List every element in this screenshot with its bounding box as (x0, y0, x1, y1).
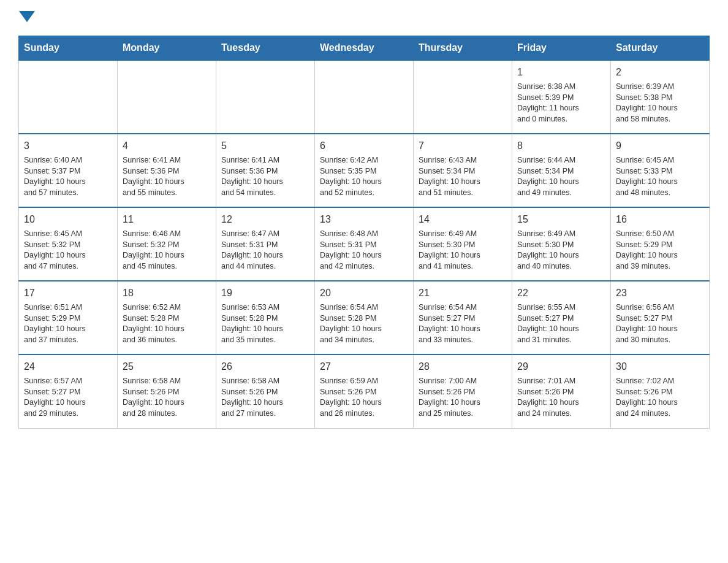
calendar-cell: 27Sunrise: 6:59 AM Sunset: 5:26 PM Dayli… (315, 354, 414, 428)
day-number: 3 (24, 139, 112, 153)
day-number: 4 (123, 139, 211, 153)
calendar-cell: 24Sunrise: 6:57 AM Sunset: 5:27 PM Dayli… (19, 354, 118, 428)
day-info: Sunrise: 6:54 AM Sunset: 5:27 PM Dayligh… (419, 302, 507, 345)
calendar-week-1: 1Sunrise: 6:38 AM Sunset: 5:39 PM Daylig… (19, 60, 710, 134)
day-info: Sunrise: 6:51 AM Sunset: 5:29 PM Dayligh… (24, 302, 112, 345)
logo-wordmark (18, 12, 36, 23)
calendar-cell: 6Sunrise: 6:42 AM Sunset: 5:35 PM Daylig… (315, 134, 414, 207)
day-number: 1 (517, 66, 605, 79)
day-number: 26 (221, 360, 309, 373)
day-number: 5 (221, 139, 309, 153)
day-info: Sunrise: 6:40 AM Sunset: 5:37 PM Dayligh… (24, 155, 112, 198)
weekday-header-tuesday: Tuesday (216, 36, 315, 61)
calendar-cell: 30Sunrise: 7:02 AM Sunset: 5:26 PM Dayli… (611, 354, 710, 428)
day-number: 6 (320, 139, 408, 153)
calendar-cell (19, 60, 118, 134)
calendar-week-3: 10Sunrise: 6:45 AM Sunset: 5:32 PM Dayli… (19, 207, 710, 281)
day-info: Sunrise: 6:48 AM Sunset: 5:31 PM Dayligh… (320, 229, 408, 272)
day-info: Sunrise: 6:45 AM Sunset: 5:33 PM Dayligh… (616, 155, 704, 198)
day-info: Sunrise: 6:53 AM Sunset: 5:28 PM Dayligh… (221, 302, 309, 345)
calendar-cell: 4Sunrise: 6:41 AM Sunset: 5:36 PM Daylig… (118, 134, 216, 207)
calendar-cell: 11Sunrise: 6:46 AM Sunset: 5:32 PM Dayli… (118, 207, 216, 281)
day-number: 28 (419, 360, 507, 373)
calendar-cell (315, 60, 414, 134)
calendar-cell (118, 60, 216, 134)
calendar-cell: 9Sunrise: 6:45 AM Sunset: 5:33 PM Daylig… (611, 134, 710, 207)
calendar-cell: 15Sunrise: 6:49 AM Sunset: 5:30 PM Dayli… (512, 207, 611, 281)
calendar-cell: 1Sunrise: 6:38 AM Sunset: 5:39 PM Daylig… (512, 60, 611, 134)
day-info: Sunrise: 6:38 AM Sunset: 5:39 PM Dayligh… (517, 82, 605, 124)
calendar-cell: 12Sunrise: 6:47 AM Sunset: 5:31 PM Dayli… (216, 207, 315, 281)
day-info: Sunrise: 6:45 AM Sunset: 5:32 PM Dayligh… (24, 229, 112, 272)
calendar-cell: 25Sunrise: 6:58 AM Sunset: 5:26 PM Dayli… (118, 354, 216, 428)
calendar-cell: 3Sunrise: 6:40 AM Sunset: 5:37 PM Daylig… (19, 134, 118, 207)
calendar-cell: 7Sunrise: 6:43 AM Sunset: 5:34 PM Daylig… (414, 134, 512, 207)
weekday-header-row: SundayMondayTuesdayWednesdayThursdayFrid… (19, 36, 710, 61)
day-number: 7 (419, 139, 507, 153)
day-number: 8 (517, 139, 605, 153)
day-info: Sunrise: 6:46 AM Sunset: 5:32 PM Dayligh… (123, 229, 211, 272)
day-number: 23 (616, 286, 704, 300)
page-header (18, 12, 710, 23)
weekday-header-saturday: Saturday (611, 36, 710, 61)
day-number: 9 (616, 139, 704, 153)
day-number: 30 (616, 360, 704, 373)
day-info: Sunrise: 6:49 AM Sunset: 5:30 PM Dayligh… (517, 229, 605, 272)
day-number: 17 (24, 286, 112, 300)
day-info: Sunrise: 6:55 AM Sunset: 5:27 PM Dayligh… (517, 302, 605, 345)
calendar-cell: 20Sunrise: 6:54 AM Sunset: 5:28 PM Dayli… (315, 281, 414, 354)
day-number: 29 (517, 360, 605, 373)
calendar-cell: 29Sunrise: 7:01 AM Sunset: 5:26 PM Dayli… (512, 354, 611, 428)
day-info: Sunrise: 7:02 AM Sunset: 5:26 PM Dayligh… (616, 376, 704, 419)
calendar-cell: 28Sunrise: 7:00 AM Sunset: 5:26 PM Dayli… (414, 354, 512, 428)
day-info: Sunrise: 6:41 AM Sunset: 5:36 PM Dayligh… (123, 155, 211, 198)
logo-arrow-icon (19, 11, 35, 22)
day-info: Sunrise: 6:47 AM Sunset: 5:31 PM Dayligh… (221, 229, 309, 272)
day-number: 27 (320, 360, 408, 373)
day-number: 21 (419, 286, 507, 300)
calendar-cell: 2Sunrise: 6:39 AM Sunset: 5:38 PM Daylig… (611, 60, 710, 134)
day-info: Sunrise: 6:43 AM Sunset: 5:34 PM Dayligh… (419, 155, 507, 198)
calendar-cell: 23Sunrise: 6:56 AM Sunset: 5:27 PM Dayli… (611, 281, 710, 354)
calendar-cell (414, 60, 512, 134)
calendar-week-5: 24Sunrise: 6:57 AM Sunset: 5:27 PM Dayli… (19, 354, 710, 428)
day-info: Sunrise: 6:49 AM Sunset: 5:30 PM Dayligh… (419, 229, 507, 272)
calendar-week-2: 3Sunrise: 6:40 AM Sunset: 5:37 PM Daylig… (19, 134, 710, 207)
day-number: 20 (320, 286, 408, 300)
day-number: 22 (517, 286, 605, 300)
day-number: 12 (221, 213, 309, 226)
day-number: 13 (320, 213, 408, 226)
calendar-cell: 13Sunrise: 6:48 AM Sunset: 5:31 PM Dayli… (315, 207, 414, 281)
logo (18, 12, 36, 23)
calendar-cell: 5Sunrise: 6:41 AM Sunset: 5:36 PM Daylig… (216, 134, 315, 207)
calendar-cell: 14Sunrise: 6:49 AM Sunset: 5:30 PM Dayli… (414, 207, 512, 281)
day-number: 16 (616, 213, 704, 226)
day-info: Sunrise: 6:50 AM Sunset: 5:29 PM Dayligh… (616, 229, 704, 272)
day-info: Sunrise: 6:57 AM Sunset: 5:27 PM Dayligh… (24, 376, 112, 419)
day-info: Sunrise: 7:00 AM Sunset: 5:26 PM Dayligh… (419, 376, 507, 419)
day-number: 11 (123, 213, 211, 226)
day-info: Sunrise: 7:01 AM Sunset: 5:26 PM Dayligh… (517, 376, 605, 419)
calendar-cell (216, 60, 315, 134)
day-info: Sunrise: 6:52 AM Sunset: 5:28 PM Dayligh… (123, 302, 211, 345)
day-info: Sunrise: 6:44 AM Sunset: 5:34 PM Dayligh… (517, 155, 605, 198)
day-info: Sunrise: 6:58 AM Sunset: 5:26 PM Dayligh… (221, 376, 309, 419)
weekday-header-wednesday: Wednesday (315, 36, 414, 61)
day-number: 15 (517, 213, 605, 226)
calendar-cell: 16Sunrise: 6:50 AM Sunset: 5:29 PM Dayli… (611, 207, 710, 281)
calendar-table: SundayMondayTuesdayWednesdayThursdayFrid… (18, 36, 710, 429)
calendar-cell: 17Sunrise: 6:51 AM Sunset: 5:29 PM Dayli… (19, 281, 118, 354)
calendar-cell: 26Sunrise: 6:58 AM Sunset: 5:26 PM Dayli… (216, 354, 315, 428)
day-info: Sunrise: 6:39 AM Sunset: 5:38 PM Dayligh… (616, 82, 704, 124)
weekday-header-thursday: Thursday (414, 36, 512, 61)
calendar-cell: 21Sunrise: 6:54 AM Sunset: 5:27 PM Dayli… (414, 281, 512, 354)
day-info: Sunrise: 6:58 AM Sunset: 5:26 PM Dayligh… (123, 376, 211, 419)
day-number: 18 (123, 286, 211, 300)
day-number: 10 (24, 213, 112, 226)
weekday-header-sunday: Sunday (19, 36, 118, 61)
day-number: 19 (221, 286, 309, 300)
calendar-cell: 10Sunrise: 6:45 AM Sunset: 5:32 PM Dayli… (19, 207, 118, 281)
calendar-week-4: 17Sunrise: 6:51 AM Sunset: 5:29 PM Dayli… (19, 281, 710, 354)
calendar-cell: 22Sunrise: 6:55 AM Sunset: 5:27 PM Dayli… (512, 281, 611, 354)
day-info: Sunrise: 6:56 AM Sunset: 5:27 PM Dayligh… (616, 302, 704, 345)
